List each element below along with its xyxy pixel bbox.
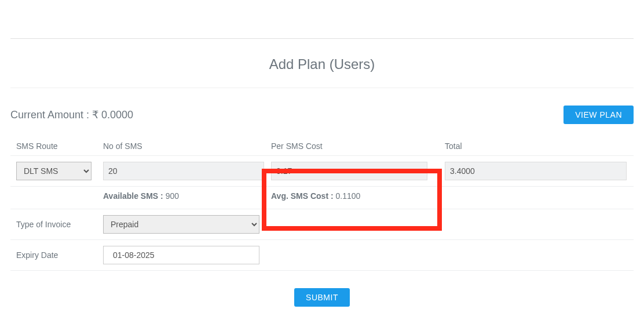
available-sms-label: Available SMS : bbox=[103, 191, 166, 201]
header-per-sms-cost: Per SMS Cost bbox=[271, 134, 445, 156]
avg-cost-value: 0.1100 bbox=[336, 191, 361, 201]
title-divider bbox=[10, 88, 634, 88]
invoice-row: Type of Invoice Prepaid bbox=[10, 209, 634, 240]
sms-route-select[interactable]: DLT SMS bbox=[16, 162, 92, 180]
header-sms-route: SMS Route bbox=[10, 134, 103, 156]
info-row: Available SMS : 900 Avg. SMS Cost : 0.11… bbox=[10, 187, 634, 209]
page-title: Add Plan (Users) bbox=[10, 39, 634, 88]
expiry-row: Expiry Date bbox=[10, 240, 634, 271]
view-plan-button[interactable]: VIEW PLAN bbox=[564, 106, 634, 124]
table-header-row: SMS Route No of SMS Per SMS Cost Total bbox=[10, 134, 634, 156]
per-sms-cost-input[interactable] bbox=[271, 162, 427, 180]
header-no-of-sms: No of SMS bbox=[103, 134, 271, 156]
avg-cost-label: Avg. SMS Cost : bbox=[271, 191, 336, 201]
total-input[interactable] bbox=[445, 162, 627, 180]
no-of-sms-input[interactable] bbox=[103, 162, 264, 180]
input-row: DLT SMS bbox=[10, 156, 634, 187]
available-sms-value: 900 bbox=[166, 191, 179, 201]
expiry-date-input[interactable] bbox=[103, 246, 259, 264]
invoice-type-label: Type of Invoice bbox=[10, 209, 103, 240]
submit-button[interactable]: SUBMIT bbox=[294, 288, 350, 307]
current-amount: Current Amount : ₹ 0.0000 bbox=[10, 108, 133, 121]
header-total: Total bbox=[445, 134, 634, 156]
expiry-date-label: Expiry Date bbox=[10, 240, 103, 271]
current-amount-label: Current Amount : bbox=[10, 109, 92, 121]
current-amount-value: ₹ 0.0000 bbox=[92, 109, 133, 121]
invoice-type-select[interactable]: Prepaid bbox=[103, 215, 259, 234]
plan-form-table: SMS Route No of SMS Per SMS Cost Total D… bbox=[10, 134, 634, 271]
